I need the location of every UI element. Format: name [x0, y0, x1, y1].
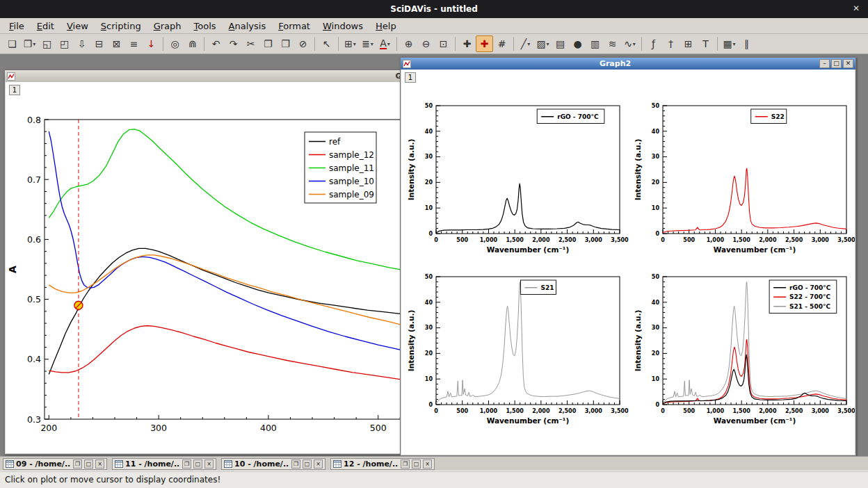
menu-graph[interactable]: Graph — [147, 19, 188, 33]
add-column-button[interactable]: ∥ — [738, 35, 755, 52]
add-function-curve-button[interactable]: ƒ — [645, 35, 662, 52]
plot-spectrogram-icon: ≋ — [609, 39, 617, 49]
svg-text:1,000: 1,000 — [707, 408, 725, 414]
menu-scripting[interactable]: Scripting — [95, 19, 147, 33]
graph2-minimize-button[interactable]: – — [819, 59, 830, 68]
graph2-titlebar[interactable]: Graph2 –□✕ — [401, 58, 855, 70]
project-explorer-button[interactable]: ◎ — [166, 35, 184, 52]
plot-histogram-button[interactable]: ▥ — [586, 35, 604, 52]
plot-wizard-button[interactable]: ∿▾ — [621, 35, 638, 52]
raman-plot-s21[interactable]: 05001,0001,5002,0002,5003,0003,500010203… — [405, 266, 627, 434]
zoom-out-button[interactable]: ⊖ — [417, 35, 435, 52]
text-format-icon: A — [380, 38, 387, 49]
minimized-window-0[interactable]: 09 - /home/...❐□× — [3, 458, 107, 470]
graph2-canvas: 1 05001,0001,5002,0002,5003,0003,5000102… — [401, 70, 855, 455]
maximize-button[interactable]: □ — [412, 459, 421, 469]
svg-text:S21 - 500°C: S21 - 500°C — [789, 303, 830, 310]
svg-text:3,500: 3,500 — [611, 408, 629, 414]
menu-analysis[interactable]: Analysis — [223, 19, 273, 33]
svg-text:500: 500 — [456, 237, 468, 243]
svg-text:300: 300 — [150, 423, 167, 433]
graph2-maximize-button[interactable]: □ — [831, 59, 842, 68]
screen-reader-button[interactable]: ✚ — [458, 35, 476, 52]
svg-text:rGO - 700°C: rGO - 700°C — [557, 113, 599, 120]
raman-plot-s22[interactable]: 05001,0001,5002,0002,5003,0003,500010203… — [632, 95, 853, 263]
svg-text:rGO - 700°C: rGO - 700°C — [789, 284, 831, 291]
plot-3d-button[interactable]: ● — [569, 35, 586, 52]
data-reader-button[interactable]: ✚ — [476, 35, 493, 52]
save-template-button[interactable]: ⊠ — [108, 35, 125, 52]
paste-selection-button[interactable]: ❒ — [277, 35, 294, 52]
maximize-button[interactable]: □ — [303, 459, 312, 469]
menu-view[interactable]: View — [61, 19, 95, 33]
svg-text:20: 20 — [652, 179, 660, 186]
maximize-button[interactable]: □ — [193, 459, 202, 469]
menu-format[interactable]: Format — [272, 19, 316, 33]
add-text-icon: T — [702, 39, 709, 49]
new-window-button[interactable]: ❐▾ — [21, 35, 38, 52]
close-button[interactable]: × — [423, 459, 432, 469]
plot-style-button[interactable]: ≣▾ — [359, 35, 376, 52]
rescale-to-window-button[interactable]: ⊡ — [435, 35, 452, 52]
draw-arrow-button[interactable]: ╱▾ — [517, 35, 534, 52]
import-ascii-button[interactable]: ⇩ — [73, 35, 90, 52]
close-button[interactable]: × — [204, 459, 214, 469]
select-data-range-icon: # — [498, 39, 506, 49]
add-error-bars-icon: † — [668, 39, 673, 49]
open-project-button[interactable]: ◱ — [38, 35, 56, 52]
svg-text:1,500: 1,500 — [732, 408, 750, 414]
menu-windows[interactable]: Windows — [316, 19, 369, 33]
svg-text:0.8: 0.8 — [27, 115, 41, 125]
svg-text:40: 40 — [425, 300, 433, 306]
menu-edit[interactable]: Edit — [31, 19, 61, 33]
cut-selection-button[interactable]: ✂ — [242, 35, 259, 52]
plot-spectrogram-button[interactable]: ≋ — [604, 35, 621, 52]
export-pdf-button[interactable]: ↓ — [143, 35, 160, 52]
close-button[interactable]: × — [314, 459, 323, 469]
close-button[interactable]: × — [95, 459, 104, 469]
svg-text:500: 500 — [370, 423, 387, 433]
arrange-layers-button[interactable]: ⊞ — [680, 35, 697, 52]
svg-text:Intensity (a.u.): Intensity (a.u.) — [634, 310, 642, 372]
add-image-button[interactable]: ▤ — [552, 35, 569, 52]
minimized-window-3[interactable]: 12 - /home/...❐□× — [330, 458, 435, 470]
table-style-button[interactable]: ⊞▾ — [341, 35, 359, 52]
lock-toolbars-button[interactable]: ⋒ — [184, 35, 201, 52]
menu-help[interactable]: Help — [369, 19, 403, 33]
restore-button[interactable]: ❐ — [73, 459, 82, 469]
restore-button[interactable]: ❐ — [182, 459, 191, 469]
open-template-button[interactable]: ◰ — [56, 35, 73, 52]
fill-pattern-button[interactable]: ▨▾ — [534, 35, 552, 52]
raman-plot-rgo700[interactable]: 05001,0001,5002,0002,5003,0003,500010203… — [405, 95, 627, 263]
restore-button[interactable]: ❐ — [401, 459, 410, 469]
maximize-button[interactable]: □ — [84, 459, 93, 469]
graph2-layer-button[interactable]: 1 — [405, 72, 416, 83]
menubar: FileEditViewScriptingGraphToolsAnalysisF… — [0, 18, 868, 34]
statusbar: Click on plot or move cursor to display … — [0, 471, 868, 488]
redo-button[interactable]: ↷ — [225, 35, 242, 52]
zoom-in-button[interactable]: ⊕ — [400, 35, 417, 52]
minimized-window-1[interactable]: 11 - /home/...❐□× — [112, 458, 216, 470]
menu-file[interactable]: File — [3, 19, 31, 33]
svg-text:Intensity (a.u.): Intensity (a.u.) — [634, 139, 642, 201]
raman-plot-combined[interactable]: 05001,0001,5002,0002,5003,0003,500010203… — [632, 266, 853, 434]
print-button[interactable]: ≡ — [125, 35, 143, 52]
add-error-bars-button[interactable]: † — [662, 35, 680, 52]
data-reader-icon: ✚ — [481, 39, 489, 49]
pointer-tool-button[interactable]: ↖ — [318, 35, 335, 52]
table-menu-button[interactable]: ▦▾ — [721, 35, 738, 52]
minimized-window-2[interactable]: 10 - /home/...❐□× — [221, 458, 326, 470]
text-format-button[interactable]: A▾ — [376, 35, 394, 52]
graph2-window[interactable]: Graph2 –□✕ 1 05001,0001,5002,0002,5003,0… — [400, 57, 856, 456]
restore-button[interactable]: ❐ — [291, 459, 300, 469]
new-project-button[interactable]: ❏ — [3, 35, 21, 52]
copy-selection-button[interactable]: ❐ — [259, 35, 277, 52]
app-close-button[interactable]: ✕ — [853, 3, 860, 13]
graph2-close-button[interactable]: ✕ — [843, 59, 853, 68]
delete-selection-button[interactable]: ⊘ — [294, 35, 312, 52]
save-project-button[interactable]: ⊟ — [90, 35, 108, 52]
select-data-range-button[interactable]: # — [493, 35, 511, 52]
add-text-button[interactable]: T — [697, 35, 714, 52]
undo-button[interactable]: ↶ — [207, 35, 225, 52]
menu-tools[interactable]: Tools — [188, 19, 223, 33]
